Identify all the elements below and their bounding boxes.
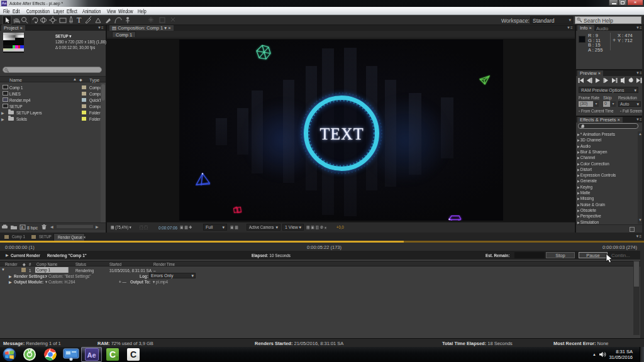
svg-text:8 bpc: 8 bpc: [27, 226, 38, 231]
svg-text:8: 8: [21, 226, 24, 229]
svg-text:T: T: [77, 16, 82, 25]
